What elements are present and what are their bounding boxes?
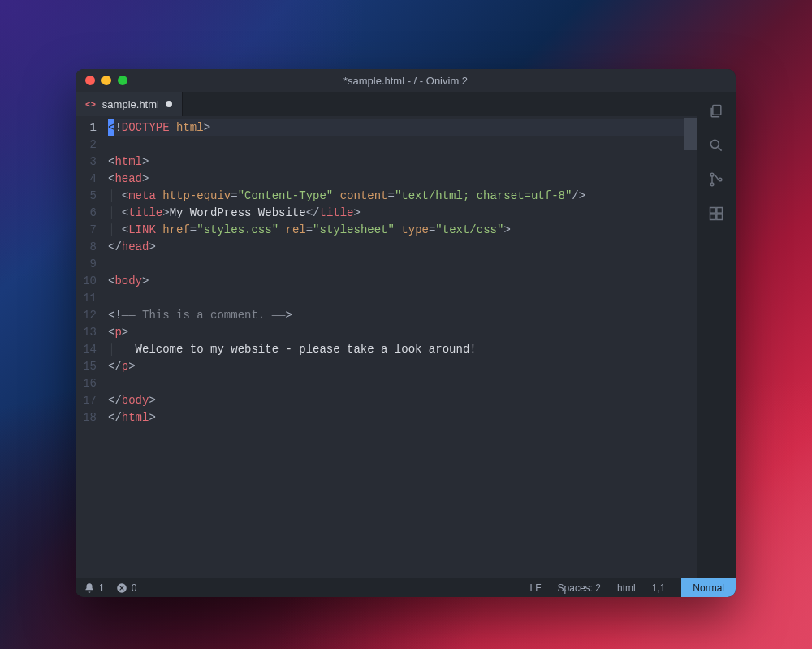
svg-rect-7 <box>717 208 723 214</box>
explorer-icon[interactable] <box>706 102 726 121</box>
position-indicator[interactable]: 1,1 <box>652 582 666 594</box>
extensions-icon[interactable] <box>706 204 726 223</box>
svg-line-2 <box>719 148 722 151</box>
indent-indicator[interactable]: Spaces: 2 <box>558 582 601 594</box>
notifications-button[interactable]: 1 <box>84 582 105 594</box>
svg-rect-9 <box>717 214 723 220</box>
activity-bar <box>697 92 736 578</box>
minimize-icon[interactable] <box>102 76 111 85</box>
dirty-indicator-icon <box>166 101 172 107</box>
close-icon[interactable] <box>85 76 95 85</box>
errors-button[interactable]: 0 <box>116 582 137 594</box>
tab-label: sample.html <box>102 98 159 110</box>
status-bar: 1 0 LF Spaces: 2 html 1,1 Normal <box>76 578 736 597</box>
tab-sample-html[interactable]: <> sample.html <box>76 92 183 116</box>
html-file-icon: <> <box>85 99 96 109</box>
bell-icon <box>84 582 95 594</box>
titlebar: *sample.html - / - Onivim 2 <box>76 69 736 92</box>
window-title: *sample.html - / - Onivim 2 <box>76 75 736 87</box>
line-number-gutter: 123456789101112131415161718 <box>76 116 103 578</box>
minimap-thumb[interactable] <box>684 118 697 150</box>
error-icon <box>116 582 127 594</box>
maximize-icon[interactable] <box>118 76 127 85</box>
source-control-icon[interactable] <box>706 170 726 189</box>
code-area[interactable]: <!DOCTYPE html><html><head>│ <meta http-… <box>103 116 684 578</box>
svg-point-4 <box>710 183 714 186</box>
notifications-count: 1 <box>99 582 105 594</box>
search-icon[interactable] <box>706 136 726 155</box>
svg-point-5 <box>719 178 722 181</box>
eol-indicator[interactable]: LF <box>530 582 542 594</box>
vim-mode-indicator: Normal <box>681 578 736 598</box>
minimap[interactable] <box>684 116 697 578</box>
svg-point-1 <box>710 140 719 148</box>
editor[interactable]: 123456789101112131415161718 <!DOCTYPE ht… <box>76 116 697 578</box>
errors-count: 0 <box>132 582 137 594</box>
tab-bar: <> sample.html <box>76 92 697 116</box>
svg-rect-0 <box>713 106 721 115</box>
lang-indicator[interactable]: html <box>617 582 636 594</box>
svg-rect-6 <box>710 208 716 214</box>
app-window: *sample.html - / - Onivim 2 <> sample.ht… <box>76 69 736 597</box>
svg-rect-8 <box>710 214 716 220</box>
svg-point-3 <box>710 173 714 176</box>
